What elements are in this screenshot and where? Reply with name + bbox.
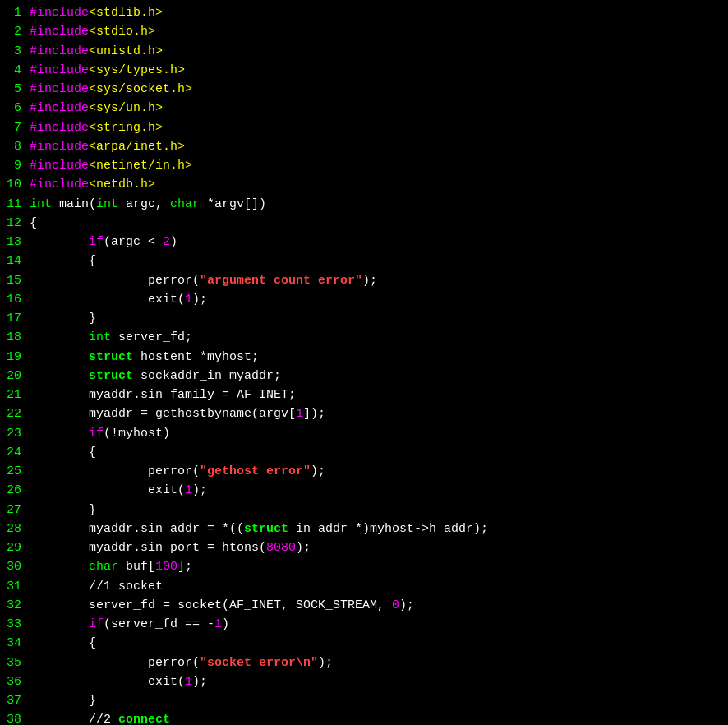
code-text: { [30,252,96,270]
code-text: { [30,214,37,233]
token: ) [170,235,177,249]
code-text: if(server_fd == -1) [30,615,229,634]
token: (argc < [104,235,163,249]
token: //1 socket [30,580,163,593]
token: hostent *myhost; [141,350,259,364]
token [30,274,148,288]
token: buf[ [126,560,155,574]
code-text: #include<sys/types.h> [30,61,185,80]
token [30,675,148,689]
code-text: char buf[100]; [30,557,192,576]
token: in_addr *)myhost->h_addr); [296,522,488,536]
token: <netinet/in.h> [89,159,192,173]
code-text: #include<stdlib.h> [30,3,163,22]
table-row: 6#include<sys/un.h> [3,99,728,118]
line-number: 12 [3,214,30,233]
table-row: 13 if(argc < 2) [3,233,728,252]
table-row: 37 } [3,691,728,710]
table-row: 34 { [3,634,728,653]
code-text: int server_fd; [30,328,192,347]
token: ); [399,598,414,612]
token [30,464,148,478]
table-row: 11int main(int argc, char *argv[]) [3,195,728,214]
line-number: 32 [3,596,30,615]
token: //2 [30,713,118,725]
table-row: 33 if(server_fd == -1) [3,615,728,634]
code-text: perror("socket error\n"); [30,653,333,672]
token: char [170,197,207,211]
code-editor: 1#include<stdlib.h>2#include<stdio.h>3#i… [0,0,728,725]
token: { [30,216,37,230]
line-number: 29 [3,538,30,557]
line-number: 22 [3,404,30,423]
table-row: 25 perror("gethost error"); [3,462,728,481]
token: ); [192,675,207,689]
token: server_fd = socket(AF_INET, SOCK_STREAM, [30,598,392,612]
code-text: #include<netdb.h> [30,175,155,194]
line-number: 31 [3,577,30,596]
line-number: 27 [3,501,30,520]
code-text: if(!myhost) [30,424,170,443]
token [30,560,89,574]
code-text: #include<sys/un.h> [30,99,163,118]
token: struct [89,350,141,364]
table-row: 10#include<netdb.h> [3,175,728,194]
line-number: 14 [3,252,30,270]
token: myaddr = gethostbyname(argv[ [30,407,296,421]
table-row: 3#include<unistd.h> [3,42,728,61]
code-text: } [30,309,96,328]
code-text: struct sockaddr_in myaddr; [30,367,281,386]
table-row: 29 myaddr.sin_port = htons(8080); [3,538,728,557]
code-text: #include<sys/socket.h> [30,80,192,99]
token: 1 [185,293,192,307]
line-number: 6 [3,99,30,118]
line-number: 9 [3,156,30,175]
token: myaddr.sin_family = AF_INET; [30,388,296,402]
table-row: 38 //2 connect [3,710,728,725]
token: myaddr.sin_addr = *(( [30,522,244,536]
code-text: int main(int argc, char *argv[]) [30,195,266,214]
token: <sys/un.h> [89,101,163,115]
token: #include [30,63,89,77]
line-number: 8 [3,137,30,156]
token: <stdlib.h> [89,6,163,20]
token: ); [362,274,377,288]
table-row: 12{ [3,214,728,233]
code-text: #include<arpa/inet.h> [30,137,185,156]
line-number: 36 [3,672,30,691]
table-row: 7#include<string.h> [3,118,728,137]
line-number: 5 [3,80,30,99]
token: myaddr.sin_port = htons( [30,541,266,555]
token: #include [30,82,89,96]
token: { [30,254,96,268]
token [30,483,148,497]
table-row: 28 myaddr.sin_addr = *((struct in_addr *… [3,520,728,538]
line-number: 15 [3,271,30,290]
table-row: 21 myaddr.sin_family = AF_INET; [3,386,728,404]
code-text: } [30,691,96,710]
line-number: 16 [3,290,30,309]
token: ); [296,541,311,555]
token: main( [59,197,96,211]
token: <sys/types.h> [89,63,185,77]
code-text: struct hostent *myhost; [30,348,259,367]
token: <arpa/inet.h> [89,140,185,154]
code-text: perror("gethost error"); [30,462,325,481]
code-text: server_fd = socket(AF_INET, SOCK_STREAM,… [30,596,414,615]
table-row: 26 exit(1); [3,481,728,500]
code-text: #include<netinet/in.h> [30,156,192,175]
line-number: 38 [3,710,30,725]
token: if [89,617,104,631]
token: if [89,235,104,249]
code-text: { [30,443,96,462]
table-row: 32 server_fd = socket(AF_INET, SOCK_STRE… [3,596,728,615]
code-text: //2 connect [30,710,170,725]
token: } [30,312,96,326]
token: int [96,197,126,211]
code-text: #include<string.h> [30,118,163,137]
line-number: 33 [3,615,30,634]
token: exit( [148,293,185,307]
table-row: 15 perror("argument count error"); [3,271,728,290]
line-number: 26 [3,481,30,500]
code-text: myaddr.sin_port = htons(8080); [30,538,311,557]
